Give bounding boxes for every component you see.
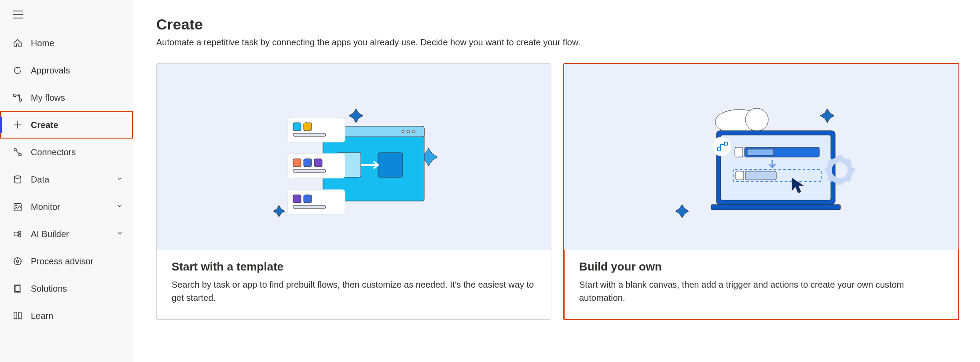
card-body: Start with a template Search by task or … [157,250,551,319]
svg-line-62 [847,178,850,181]
template-illustration-svg [261,95,446,219]
sidebar-item-label: Learn [31,311,133,321]
build-own-illustration [564,64,958,250]
svg-rect-3 [14,94,16,97]
plus-icon [12,120,23,130]
svg-rect-51 [747,149,774,155]
sidebar-item-label: Data [31,175,108,185]
sidebar-item-learn[interactable]: Learn [0,302,133,329]
svg-point-12 [14,232,18,236]
svg-point-25 [412,130,415,133]
sidebar-item-data[interactable]: Data [0,166,133,193]
sidebar-item-label: Approvals [31,66,133,76]
sidebar-item-label: Solutions [31,284,133,294]
svg-rect-47 [721,135,831,200]
sidebar-item-label: AI Builder [31,229,108,239]
svg-point-14 [18,234,21,237]
svg-rect-48 [711,205,841,210]
sidebar-item-label: Connectors [31,147,133,157]
flows-icon [12,92,23,103]
ai-builder-icon [12,229,23,239]
svg-point-16 [16,260,19,263]
svg-rect-55 [745,171,776,180]
chevron-down-icon [116,202,123,212]
svg-rect-36 [293,159,301,167]
data-icon [12,174,23,185]
monitor-icon [12,201,23,212]
chevron-down-icon [116,229,123,239]
sidebar-item-approvals[interactable]: Approvals [0,57,133,84]
sidebar-item-label: Monitor [31,202,108,212]
svg-point-27 [402,130,404,133]
sidebar-item-home[interactable]: Home [0,29,133,57]
sidebar-item-label: Home [31,38,133,48]
sidebar-item-connectors[interactable]: Connectors [0,139,133,166]
svg-point-11 [15,205,17,206]
home-icon [12,38,23,48]
connectors-icon [12,147,23,157]
sidebar-item-my-flows[interactable]: My flows [0,84,133,111]
card-title: Start with a template [172,260,536,274]
svg-point-13 [18,231,21,234]
process-advisor-icon [12,256,23,267]
sidebar-item-label: My flows [31,93,133,103]
svg-rect-42 [304,195,312,203]
svg-rect-49 [735,147,743,157]
svg-point-26 [407,130,410,133]
svg-point-45 [745,108,768,131]
card-description: Search by task or app to find prebuilt f… [172,278,536,304]
learn-icon [12,311,23,321]
svg-rect-39 [293,169,326,172]
svg-rect-43 [293,205,326,208]
svg-line-63 [829,178,832,181]
svg-point-9 [15,176,21,179]
svg-line-64 [847,160,850,163]
page-title: Create [156,16,959,33]
hamburger-icon [13,11,23,20]
svg-point-4 [19,99,22,102]
svg-rect-34 [293,133,326,136]
svg-rect-33 [304,123,312,131]
solutions-icon [12,283,23,294]
svg-rect-32 [293,123,301,131]
svg-point-65 [712,137,731,156]
sidebar-item-create[interactable]: Create [0,111,133,139]
svg-line-61 [829,160,832,163]
sidebar-item-ai-builder[interactable]: AI Builder [0,220,133,248]
approvals-icon [12,65,23,76]
card-body: Build your own Start with a blank canvas… [564,250,958,319]
build-own-illustration-svg [664,95,858,219]
svg-rect-41 [293,195,301,203]
template-illustration [157,64,551,250]
card-build-your-own[interactable]: Build your own Start with a blank canvas… [564,63,959,320]
main-content: Create Automate a repetitive task by con… [133,0,980,362]
sidebar-item-label: Create [31,120,133,130]
chevron-down-icon [116,175,123,184]
svg-rect-37 [304,159,312,167]
hamburger-button[interactable] [0,4,133,29]
create-option-cards: Start with a template Search by task or … [156,63,959,320]
page-subtitle: Automate a repetitive task by connecting… [156,37,959,48]
svg-rect-54 [736,171,744,180]
card-start-with-template[interactable]: Start with a template Search by task or … [156,63,551,320]
sidebar-item-solutions[interactable]: Solutions [0,275,133,302]
svg-rect-38 [314,159,322,167]
sidebar: Home Approvals My flows Create Connector… [0,0,133,362]
sidebar-item-label: Process advisor [31,256,133,267]
card-description: Start with a blank canvas, then add a tr… [579,278,943,304]
sidebar-item-process-advisor[interactable]: Process advisor [0,248,133,275]
svg-rect-22 [15,286,20,292]
svg-rect-29 [378,153,403,177]
sidebar-item-monitor[interactable]: Monitor [0,193,133,220]
card-title: Build your own [579,260,943,274]
